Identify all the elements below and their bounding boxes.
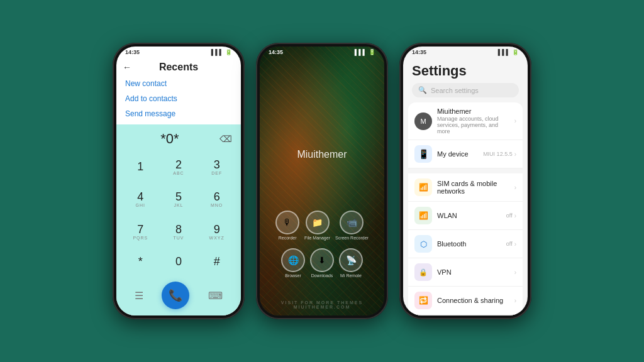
new-contact-link[interactable]: New contact: [125, 79, 232, 88]
settings-status-icons: ▌▌▌ 🔋: [498, 49, 519, 55]
dial-key-2-main: 2: [175, 159, 182, 170]
dial-grid: 1 2ABC 3DEF 4GHI 5JKL 6MNO 7PQRS 8TUV 9W…: [116, 150, 241, 277]
call-button[interactable]: 📞: [162, 282, 189, 309]
call-icon: 📞: [169, 288, 182, 302]
dial-key-2[interactable]: 2ABC: [160, 151, 198, 184]
connection-sharing-icon: 🔁: [414, 292, 432, 309]
dial-key-6[interactable]: 6MNO: [197, 184, 236, 216]
dial-key-7-sub: PQRS: [133, 236, 148, 240]
dial-key-0[interactable]: 0: [160, 248, 198, 276]
dial-key-2-sub: ABC: [173, 171, 184, 175]
recents-title: Recents: [136, 62, 221, 73]
dial-key-4[interactable]: 4GHI: [121, 184, 160, 216]
connection-sharing-title: Connection & sharing: [437, 297, 509, 304]
settings-item-bluetooth[interactable]: ⬡ Bluetooth off ›: [408, 230, 523, 258]
dial-key-star-main: *: [138, 256, 143, 267]
send-message-link[interactable]: Send message: [125, 109, 232, 118]
app-file-manager[interactable]: 📁 File Manager: [304, 211, 330, 240]
settings-signal-icon: ▌▌▌: [498, 49, 510, 55]
recorder-icon: 🎙: [275, 211, 299, 234]
phone-recents: 14:35 ▌▌▌ 🔋 ← Recents New contact Add to…: [113, 43, 245, 319]
dial-key-9[interactable]: 9WXYZ: [197, 216, 236, 248]
account-avatar: M: [414, 112, 432, 130]
device-title: My device: [437, 150, 478, 158]
browser-icon: 🌐: [281, 248, 305, 272]
status-time: 14:35: [125, 49, 140, 55]
home-battery-icon: 🔋: [369, 49, 375, 55]
dial-key-7-main: 7: [137, 224, 143, 235]
wlan-icon: 📶: [414, 207, 432, 224]
phone1-screen: 14:35 ▌▌▌ 🔋 ← Recents New contact Add to…: [116, 47, 241, 315]
vpn-title: VPN: [437, 268, 509, 276]
back-icon[interactable]: ←: [123, 62, 131, 72]
status-bar-phone3: 14:35 ▌▌▌ 🔋: [403, 47, 528, 58]
settings-item-sim[interactable]: 📶 SIM cards & mobile networks ›: [408, 173, 523, 202]
dial-key-9-sub: WXYZ: [209, 236, 225, 240]
backspace-icon[interactable]: ⌫: [219, 134, 232, 144]
file-manager-label: File Manager: [304, 236, 330, 240]
account-content: Miuithemer Manage accounts, cloud servic…: [437, 107, 509, 134]
account-sub: Manage accounts, cloud services, payment…: [437, 116, 509, 134]
dial-key-8[interactable]: 8TUV: [160, 216, 198, 248]
phone-home: 14:35 ▌▌▌ 🔋 Miuithemer 🎙 Recorder 📁 File…: [256, 43, 388, 319]
status-bar-phone2: 14:35 ▌▌▌ 🔋: [260, 47, 384, 58]
dialer-number: *0*: [125, 131, 214, 147]
settings-item-wallpaper[interactable]: 🖼 Wallpaper & personalization ›: [408, 315, 523, 315]
dial-key-5[interactable]: 5JKL: [160, 184, 198, 216]
settings-item-connection-sharing[interactable]: 🔁 Connection & sharing ›: [408, 287, 523, 315]
dial-key-3-sub: DEF: [211, 171, 222, 175]
home-status-time: 14:35: [269, 49, 283, 55]
settings-item-wlan[interactable]: 📶 WLAN off ›: [408, 202, 523, 230]
wlan-status: off: [506, 212, 513, 219]
dial-key-3[interactable]: 3DEF: [197, 151, 236, 184]
dialer-number-row: *0* ⌫: [116, 124, 241, 150]
dial-key-4-sub: GHI: [136, 203, 145, 207]
settings-divider: [408, 168, 523, 173]
app-recorder[interactable]: 🎙 Recorder: [275, 211, 299, 240]
app-icons-row2: 🌐 Browser ⬇ Downloads 📡 Mi Remote: [266, 248, 378, 278]
search-icon: 🔍: [418, 86, 427, 94]
settings-item-vpn[interactable]: 🔒 VPN ›: [408, 258, 523, 287]
app-icons-row1: 🎙 Recorder 📁 File Manager 📹 Screen Recor…: [266, 211, 378, 240]
mi-remote-icon: 📡: [339, 248, 363, 272]
dial-key-4-main: 4: [137, 191, 143, 202]
wlan-right: off ›: [506, 212, 516, 219]
screen-recorder-icon: 📹: [340, 211, 364, 234]
sim-chevron: ›: [514, 184, 516, 191]
phone-settings: 14:35 ▌▌▌ 🔋 Settings 🔍 Search settings M…: [399, 43, 531, 319]
settings-title: Settings: [403, 58, 528, 83]
menu-icon[interactable]: ☰: [135, 290, 143, 302]
dial-key-5-sub: JKL: [174, 203, 183, 207]
vpn-chevron: ›: [514, 269, 516, 276]
wlan-title: WLAN: [437, 212, 501, 219]
app-mi-remote[interactable]: 📡 Mi Remote: [339, 248, 363, 278]
app-downloads[interactable]: ⬇ Downloads: [310, 248, 334, 278]
dial-key-hash[interactable]: #: [197, 248, 236, 276]
dial-key-7[interactable]: 7PQRS: [121, 216, 160, 248]
device-right: MIUI 12.5.5 ›: [483, 151, 516, 158]
bluetooth-content: Bluetooth: [437, 240, 501, 248]
bluetooth-title: Bluetooth: [437, 240, 501, 248]
dial-key-1[interactable]: 1: [121, 151, 160, 184]
add-to-contacts-link[interactable]: Add to contacts: [125, 94, 232, 103]
keypad-icon[interactable]: ⌨: [208, 290, 223, 302]
settings-battery-icon: 🔋: [512, 49, 519, 55]
account-title: Miuithemer: [437, 107, 509, 115]
settings-status-time: 14:35: [412, 49, 426, 55]
dial-key-6-sub: MNO: [211, 203, 223, 207]
downloads-icon: ⬇: [310, 248, 334, 272]
status-bar-phone1: 14:35 ▌▌▌ 🔋: [116, 47, 241, 58]
account-chevron: ›: [514, 118, 516, 124]
mi-remote-label: Mi Remote: [340, 273, 362, 278]
settings-item-account[interactable]: M Miuithemer Manage accounts, cloud serv…: [408, 102, 523, 140]
app-browser[interactable]: 🌐 Browser: [281, 248, 305, 278]
app-screen-recorder[interactable]: 📹 Screen Recorder: [335, 211, 369, 240]
dial-key-6-main: 6: [214, 191, 220, 202]
sim-icon: 📶: [414, 178, 432, 196]
settings-item-device[interactable]: 📱 My device MIUI 12.5.5 ›: [408, 140, 523, 168]
dial-key-star[interactable]: *: [121, 248, 160, 276]
connection-sharing-content: Connection & sharing: [437, 297, 509, 304]
device-icon: 📱: [414, 145, 432, 163]
wlan-content: WLAN: [437, 212, 501, 219]
settings-search[interactable]: 🔍 Search settings: [412, 83, 519, 97]
